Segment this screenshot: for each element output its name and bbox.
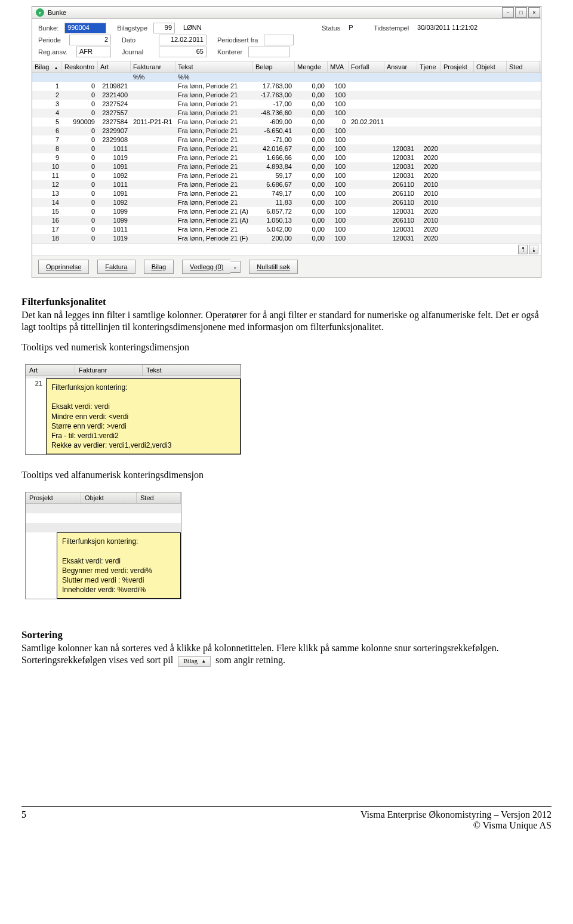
column-header-reskontro[interactable]: Reskontro	[62, 61, 98, 72]
tooltip-alfa-col-objekt[interactable]: Objekt	[81, 492, 137, 503]
table-row[interactable]: 202321400Fra lønn, Periode 21-17.763,000…	[32, 91, 541, 100]
filter-cell[interactable]	[441, 73, 474, 82]
tooltip-alfa-caption: Tooltips ved alfanumerisk konteringsdime…	[21, 469, 552, 481]
table-row[interactable]: 402327557Fra lønn, Periode 21-48.736,600…	[32, 109, 541, 118]
table-row[interactable]: 1501099Fra lønn, Periode 21 (A)6.857,720…	[32, 207, 541, 216]
table-row[interactable]: 702329908Fra lønn, Periode 21-71,000,001…	[32, 135, 541, 144]
table-row[interactable]: 801011Fra lønn, Periode 2142.016,670,001…	[32, 144, 541, 153]
bunke-input[interactable]: 990004	[64, 23, 106, 33]
scroll-bottom-button[interactable]: ⭳	[529, 245, 538, 254]
table-cell	[507, 189, 540, 198]
window-close-button[interactable]: ×	[528, 7, 540, 18]
table-row[interactable]: 1101092Fra lønn, Periode 2159,170,001001…	[32, 171, 541, 180]
vedlegg-dropdown-button[interactable]: ⌄	[230, 261, 241, 273]
filter-cell[interactable]: %%	[175, 73, 253, 82]
grid-header-row: Bilag▴ReskontroArtFakturanrTekstBeløpMen…	[32, 61, 541, 73]
table-row[interactable]: 1401092Fra lønn, Periode 2111,830,001002…	[32, 198, 541, 207]
filter-cell[interactable]	[507, 73, 540, 82]
column-header-forfall[interactable]: Forfall	[349, 61, 384, 72]
periodisert-fra-input[interactable]	[264, 35, 294, 45]
table-cell: 0	[62, 100, 98, 109]
table-row[interactable]: 302327524Fra lønn, Periode 21-17,000,001…	[32, 100, 541, 109]
table-cell	[349, 82, 384, 91]
nullstill-sok-button[interactable]: Nullstill søk	[249, 260, 298, 274]
table-cell	[131, 135, 175, 144]
table-cell	[131, 234, 175, 243]
table-cell	[474, 100, 507, 109]
table-row[interactable]: 102109821Fra lønn, Periode 2117.763,000,…	[32, 82, 541, 91]
filter-cell[interactable]	[349, 73, 384, 82]
tooltip-num-line: Større enn verdi: >verdi	[51, 421, 235, 431]
table-cell	[474, 135, 507, 144]
dato-input[interactable]: 12.02.2011	[159, 35, 207, 45]
periode-input[interactable]: 2	[69, 35, 111, 45]
bilagstype-code-input[interactable]: 99	[153, 23, 175, 33]
column-header-fakturanr[interactable]: Fakturanr	[131, 61, 175, 72]
konterer-input[interactable]	[248, 47, 290, 57]
table-cell: 1099	[98, 216, 131, 225]
filter-cell[interactable]	[384, 73, 417, 82]
scroll-top-button[interactable]: ⭱	[518, 245, 528, 254]
table-row[interactable]: 901019Fra lønn, Periode 211.666,660,0010…	[32, 153, 541, 162]
tooltip-num-col-fakturanr[interactable]: Fakturanr	[75, 365, 143, 375]
table-row[interactable]: 1201011Fra lønn, Periode 216.686,670,001…	[32, 180, 541, 189]
table-cell	[131, 109, 175, 118]
window-minimize-button[interactable]: −	[502, 7, 514, 18]
filter-cell[interactable]	[474, 73, 507, 82]
column-header-sted[interactable]: Sted	[507, 61, 540, 72]
tidsstempel-value: 30/03/2011 11:21:02	[415, 23, 491, 33]
table-cell	[474, 171, 507, 180]
bilag-button[interactable]: Bilag	[144, 260, 174, 274]
filter-cell[interactable]	[62, 73, 98, 82]
tooltip-num-col-art[interactable]: Art	[26, 365, 75, 375]
column-header-objekt[interactable]: Objekt	[474, 61, 507, 72]
table-row[interactable]: 599000923275842011-P21-R1Fra lønn, Perio…	[32, 118, 541, 127]
filter-cell[interactable]	[417, 73, 441, 82]
table-cell: 1011	[98, 180, 131, 189]
tooltip-alfa-col-sted[interactable]: Sted	[137, 492, 181, 503]
table-row[interactable]: 602329907Fra lønn, Periode 21-6.650,410,…	[32, 127, 541, 135]
faktura-button[interactable]: Faktura	[97, 260, 135, 274]
table-cell: 100	[328, 82, 349, 91]
column-header-ansvar[interactable]: Ansvar	[384, 61, 417, 72]
table-cell: 206110	[384, 180, 417, 189]
table-row[interactable]: 1701011Fra lønn, Periode 215.042,000,001…	[32, 225, 541, 234]
table-cell: Fra lønn, Periode 21	[175, 144, 253, 153]
filter-cell[interactable]	[98, 73, 131, 82]
column-header-bilag[interactable]: Bilag▴	[32, 61, 62, 72]
table-cell: 2010	[417, 216, 441, 225]
journal-input[interactable]: 65	[159, 47, 207, 57]
filter-cell[interactable]	[253, 73, 295, 82]
column-header-prosjekt[interactable]: Prosjekt	[441, 61, 474, 72]
vedlegg-button[interactable]: Vedlegg (0)	[182, 260, 230, 274]
column-header-art[interactable]: Art	[98, 61, 131, 72]
filter-cell[interactable]	[328, 73, 349, 82]
table-cell: 4.893,84	[253, 162, 295, 171]
tooltip-alfa-col-prosjekt[interactable]: Prosjekt	[26, 492, 81, 503]
filter-cell[interactable]	[32, 73, 62, 82]
tooltip-numeric-box: Filterfunksjon kontering: Eksakt verdi: …	[46, 378, 241, 454]
regansv-input[interactable]: AFR	[76, 47, 111, 57]
table-row[interactable]: 1301091Fra lønn, Periode 21749,170,00100…	[32, 189, 541, 198]
window-maximize-button[interactable]: □	[515, 7, 527, 18]
tooltip-num-col-tekst[interactable]: Tekst	[143, 365, 241, 375]
table-cell	[507, 91, 540, 100]
table-cell: 0	[62, 153, 98, 162]
table-row[interactable]: 1001091Fra lønn, Periode 214.893,840,001…	[32, 162, 541, 171]
column-header-mengde[interactable]: Mengde	[295, 61, 328, 72]
column-header-beløp[interactable]: Beløp	[253, 61, 295, 72]
filter-cell[interactable]: %%	[131, 73, 175, 82]
column-header-mva[interactable]: MVA	[328, 61, 349, 72]
table-cell: 1019	[98, 153, 131, 162]
filter-cell[interactable]	[295, 73, 328, 82]
column-header-tjene[interactable]: Tjene	[417, 61, 441, 72]
table-cell	[131, 153, 175, 162]
opprinnelse-button[interactable]: Opprinnelse	[38, 260, 89, 274]
table-row[interactable]: 1801019Fra lønn, Periode 21 (F)200,000,0…	[32, 234, 541, 243]
column-header-tekst[interactable]: Tekst	[175, 61, 253, 72]
table-cell	[131, 91, 175, 100]
table-row[interactable]: 1601099Fra lønn, Periode 21 (A)1.050,130…	[32, 216, 541, 225]
table-cell	[349, 144, 384, 153]
tooltip-numeric-caption: Tooltips ved numerisk konteringsdimensjo…	[21, 341, 552, 353]
table-cell	[474, 189, 507, 198]
